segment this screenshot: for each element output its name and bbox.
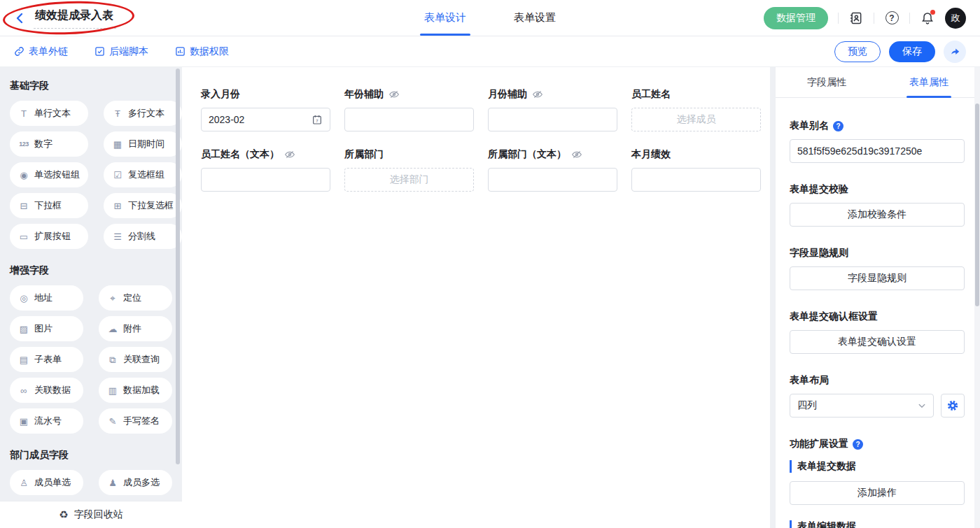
edit-data-group: 表单编辑数据 添加操作 [790,520,965,528]
field-pill-data-load[interactable]: ▥数据加载 [99,378,172,403]
field-pill-linked-query[interactable]: ⧉关联查询 [99,347,172,372]
member-picker[interactable]: 选择成员 [631,108,761,131]
department-picker[interactable]: 选择部门 [344,168,474,192]
submit-confirm-label: 表单提交确认框设置 [790,311,878,323]
data-manage-button[interactable]: 数据管理 [764,7,828,29]
datetime-icon: ▦ [112,140,123,149]
properties-tabs: 字段属性 表单属性 [776,67,980,98]
panel-scrollbar-track[interactable] [974,67,980,528]
add-action-button[interactable]: 添加操作 [790,481,965,505]
text-input[interactable] [631,168,761,192]
form-field-month-helper[interactable]: 月份辅助 [488,88,617,131]
submit-confirm-button[interactable]: 表单提交确认设置 [790,330,965,354]
field-pill-signature[interactable]: ✎手写签名 [99,408,172,434]
field-pill-single-line-text[interactable]: T单行文本 [10,101,88,126]
text-input[interactable] [201,168,330,192]
notification-bell-icon[interactable] [920,10,935,26]
help-icon[interactable]: ? [853,439,863,450]
form-field-department[interactable]: 所属部门 选择部门 [344,148,474,192]
form-design-canvas[interactable]: 录入月份 2023-02 7 年份辅助 [182,67,770,528]
share-button[interactable] [944,41,966,63]
date-input[interactable]: 2023-02 7 [201,108,330,131]
field-pill-address[interactable]: ◎地址 [10,285,83,311]
panel-scrollbar-thumb[interactable] [975,104,979,306]
visibility-rules-button[interactable]: 字段显隐规则 [790,266,965,290]
field-pill-datetime[interactable]: ▦日期时间 [104,131,182,157]
sidebar-scrollbar[interactable] [176,69,180,464]
field-pill-extend-button[interactable]: ▭扩展按钮 [10,224,88,249]
visibility-rules-section: 字段显隐规则 字段显隐规则 [790,247,965,290]
section-title-member-fields: 部门成员字段 [10,449,172,462]
field-pill-attachment[interactable]: ☁附件 [99,316,172,341]
field-pill-serial-number[interactable]: ▣流水号 [10,408,83,434]
form-field-entry-month[interactable]: 录入月份 2023-02 7 [201,88,330,131]
tab-form-design[interactable]: 表单设计 [423,0,468,36]
form-alias-section: 表单别名 ? 581f5f59e625d19c3917250e [790,120,965,163]
layout-settings-button[interactable] [941,394,965,418]
text-input[interactable] [344,108,474,131]
field-pill-radio-group[interactable]: ◉单选按钮组 [10,162,88,187]
field-pill-dropdown[interactable]: ⊟下拉框 [10,193,88,218]
data-permission-item[interactable]: 数据权限 [175,45,229,58]
field-label: 所属部门 [344,148,384,161]
field-pill-member-single[interactable]: ♙成员单选 [10,470,83,495]
field-pill-subform[interactable]: ▤子表单 [10,347,83,372]
field-pill-image[interactable]: ▨图片 [10,316,83,341]
form-properties-content: 表单别名 ? 581f5f59e625d19c3917250e 表单提交校验 添… [776,98,980,528]
help-icon[interactable]: ? [833,121,844,131]
signature-icon: ✎ [107,417,118,426]
add-validation-button[interactable]: 添加校验条件 [790,203,965,227]
tab-form-settings[interactable]: 表单设置 [512,0,557,36]
field-label: 员工姓名 [631,88,671,101]
header-actions: 数据管理 ? 政 [764,7,966,29]
page-title[interactable]: 绩效提成录入表 [34,7,116,29]
panel-gap [770,67,776,528]
field-pill-multi-dropdown[interactable]: ⊞下拉复选框 [104,193,182,218]
data-permission-icon [175,46,186,57]
field-pill-number[interactable]: 123数字 [10,131,88,157]
field-pill-multi-line-text[interactable]: Ŧ多行文本 [104,101,182,126]
form-field-year-helper[interactable]: 年份辅助 [344,88,474,131]
form-alias-input[interactable]: 581f5f59e625d19c3917250e [790,139,965,163]
back-icon[interactable] [14,12,27,24]
properties-panel: 字段属性 表单属性 表单别名 ? 581f5f59e625d19c3917250… [776,67,980,528]
form-field-month-performance[interactable]: 本月绩效 [631,148,761,192]
member-multi-icon: ♟ [107,478,118,487]
divider [874,13,874,24]
layout-select[interactable]: 四列 [790,394,934,418]
calendar-icon: 7 [312,114,323,125]
form-field-employee-name-text[interactable]: 员工姓名（文本） [201,148,330,192]
field-recycle-bin[interactable]: ♻ 字段回收站 [0,501,182,528]
toolbar-actions: 预览 保存 [834,41,966,63]
field-pill-linked-data[interactable]: ∞关联数据 [10,378,83,403]
field-pill-checkbox-group[interactable]: ☑复选框组 [104,162,182,187]
text-input[interactable] [488,168,617,192]
help-icon[interactable]: ? [884,10,899,26]
contacts-icon[interactable] [848,10,864,26]
form-field-department-text[interactable]: 所属部门（文本） [488,148,617,192]
number-icon: 123 [18,141,29,148]
tab-form-properties[interactable]: 表单属性 [878,67,980,97]
extend-button-icon: ▭ [18,232,29,241]
tab-field-properties[interactable]: 字段属性 [776,67,878,97]
field-pill-member-multi[interactable]: ♟成员多选 [99,470,172,495]
avatar[interactable]: 政 [945,8,966,29]
divider-icon: ☰ [112,232,123,241]
form-field-employee-name[interactable]: 员工姓名 选择成员 [631,88,761,131]
divider [909,13,910,24]
link-icon [14,46,24,57]
app-header: 绩效提成录入表 表单设计 表单设置 数据管理 ? 政 [0,0,980,36]
field-pill-location[interactable]: ⌖定位 [99,285,172,311]
hidden-eye-icon [388,89,400,100]
svg-text:7: 7 [316,119,318,123]
field-pill-divider[interactable]: ☰分割线 [104,224,182,249]
save-button[interactable]: 保存 [889,41,935,62]
field-label: 本月绩效 [631,148,671,161]
preview-button[interactable]: 预览 [834,41,881,62]
address-icon: ◎ [18,294,29,303]
text-input[interactable] [488,108,617,131]
divider [838,13,839,24]
backend-script-item[interactable]: 后端脚本 [94,45,148,58]
external-link-item[interactable]: 表单外链 [14,45,68,58]
enhanced-fields-grid: ◎地址 ⌖定位 ▨图片 ☁附件 ▤子表单 ⧉关联查询 ∞关联数据 ▥数据加载 ▣… [10,285,172,434]
